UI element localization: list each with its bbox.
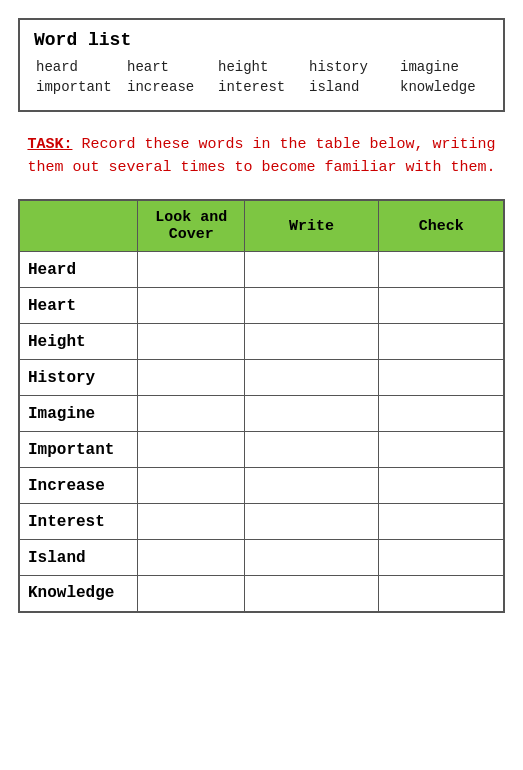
table-row: Important [19, 432, 504, 468]
check-cell[interactable] [379, 468, 504, 504]
check-cell[interactable] [379, 504, 504, 540]
look-and-cover-cell[interactable] [138, 576, 244, 612]
task-body: Record these words in the table below, w… [27, 136, 495, 176]
word-list-item: height [216, 58, 307, 76]
col-header-check: Check [379, 200, 504, 252]
check-cell[interactable] [379, 324, 504, 360]
table-row: History [19, 360, 504, 396]
word-cell: History [19, 360, 138, 396]
write-cell[interactable] [244, 432, 378, 468]
table-row: Imagine [19, 396, 504, 432]
write-cell[interactable] [244, 576, 378, 612]
check-cell[interactable] [379, 576, 504, 612]
look-and-cover-cell[interactable] [138, 468, 244, 504]
check-cell[interactable] [379, 540, 504, 576]
check-cell[interactable] [379, 252, 504, 288]
look-and-cover-cell[interactable] [138, 360, 244, 396]
check-cell[interactable] [379, 288, 504, 324]
table-row: Heard [19, 252, 504, 288]
word-list-item: imagine [398, 58, 489, 76]
write-cell[interactable] [244, 468, 378, 504]
word-list-item: knowledge [398, 78, 489, 96]
word-cell: Important [19, 432, 138, 468]
table-row: Increase [19, 468, 504, 504]
word-list-item: increase [125, 78, 216, 96]
write-cell[interactable] [244, 360, 378, 396]
word-list-item: heart [125, 58, 216, 76]
table-row: Knowledge [19, 576, 504, 612]
practice-table: Look and Cover Write Check HeardHeartHei… [18, 199, 505, 613]
word-cell: Increase [19, 468, 138, 504]
word-list-item: island [307, 78, 398, 96]
word-cell: Knowledge [19, 576, 138, 612]
col-header-look-and-cover: Look and Cover [138, 200, 244, 252]
word-list-item: heard [34, 58, 125, 76]
task-label: TASK: [27, 136, 72, 153]
look-and-cover-cell[interactable] [138, 324, 244, 360]
word-list-item: history [307, 58, 398, 76]
check-cell[interactable] [379, 396, 504, 432]
table-row: Heart [19, 288, 504, 324]
word-list-item: interest [216, 78, 307, 96]
write-cell[interactable] [244, 540, 378, 576]
look-and-cover-cell[interactable] [138, 432, 244, 468]
write-cell[interactable] [244, 396, 378, 432]
write-cell[interactable] [244, 288, 378, 324]
table-row: Interest [19, 504, 504, 540]
look-and-cover-cell[interactable] [138, 540, 244, 576]
word-list-item: important [34, 78, 125, 96]
word-cell: Interest [19, 504, 138, 540]
word-cell: Imagine [19, 396, 138, 432]
word-list-box: Word list heard heart height history ima… [18, 18, 505, 112]
word-cell: Island [19, 540, 138, 576]
task-description: TASK: Record these words in the table be… [18, 134, 505, 179]
check-cell[interactable] [379, 360, 504, 396]
word-cell: Height [19, 324, 138, 360]
col-header-word [19, 200, 138, 252]
look-and-cover-cell[interactable] [138, 504, 244, 540]
table-row: Island [19, 540, 504, 576]
table-row: Height [19, 324, 504, 360]
word-cell: Heard [19, 252, 138, 288]
look-and-cover-cell[interactable] [138, 252, 244, 288]
look-and-cover-cell[interactable] [138, 396, 244, 432]
word-cell: Heart [19, 288, 138, 324]
write-cell[interactable] [244, 252, 378, 288]
word-list-grid: heard heart height history imagine impor… [34, 58, 489, 96]
word-list-title: Word list [34, 30, 489, 50]
look-and-cover-cell[interactable] [138, 288, 244, 324]
write-cell[interactable] [244, 504, 378, 540]
check-cell[interactable] [379, 432, 504, 468]
write-cell[interactable] [244, 324, 378, 360]
col-header-write: Write [244, 200, 378, 252]
